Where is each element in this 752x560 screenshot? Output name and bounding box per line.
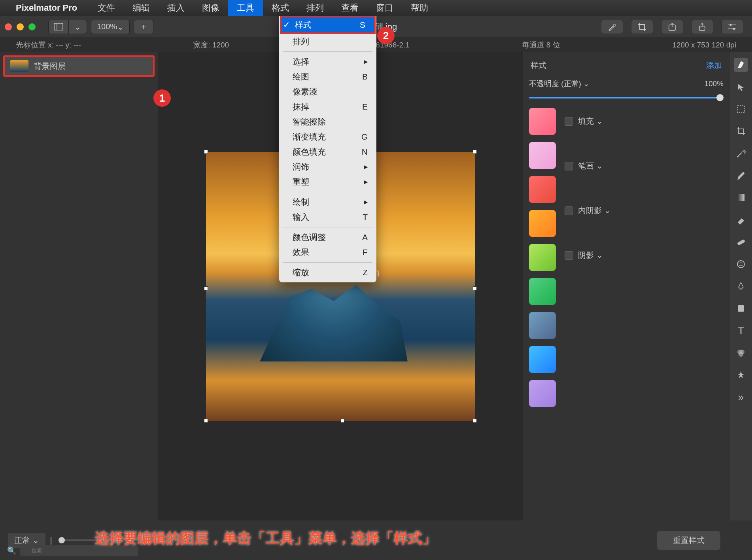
sidebar-dropdown-button[interactable]: ⌄ — [69, 20, 87, 34]
checkbox[interactable] — [565, 206, 573, 215]
selection-handle[interactable] — [340, 419, 344, 423]
style-swatch[interactable] — [529, 210, 556, 237]
menu-separator — [283, 51, 372, 52]
checkbox[interactable] — [565, 117, 573, 126]
dropdown-item[interactable]: 颜色调整A — [279, 230, 376, 245]
bit-depth: 每通道 8 位 — [522, 40, 560, 50]
dropdown-item[interactable]: 重塑 — [279, 174, 376, 189]
menu-view[interactable]: 查看 — [333, 0, 367, 16]
menu-edit[interactable]: 编辑 — [124, 0, 159, 16]
style-swatch[interactable] — [529, 278, 556, 305]
dropdown-item[interactable]: 效果F — [279, 245, 376, 260]
checkbox[interactable] — [565, 162, 573, 170]
menu-image[interactable]: 图像 — [193, 0, 228, 16]
layer-name: 背景图层 — [34, 61, 66, 72]
gradient-tool-icon[interactable] — [734, 191, 748, 205]
settings-button[interactable] — [721, 20, 743, 34]
dropdown-item[interactable]: 智能擦除 — [279, 114, 376, 129]
dropdown-item[interactable]: 像素漆 — [279, 84, 376, 99]
zoom-select[interactable]: 100% ⌄ — [91, 20, 130, 34]
fullscreen-window-button[interactable] — [28, 23, 36, 30]
selection-handle[interactable] — [473, 286, 477, 290]
svg-point-13 — [737, 261, 744, 268]
sidebar-toggle-button[interactable] — [48, 20, 69, 34]
style-swatch[interactable] — [529, 346, 556, 373]
brush-tool-icon[interactable] — [734, 168, 748, 183]
selection-handle[interactable] — [473, 419, 477, 423]
system-menubar: Pixelmator Pro 文件 编辑 插入 图像 工具 格式 排列 查看 窗… — [0, 0, 752, 16]
effects-tool-icon[interactable] — [734, 368, 748, 382]
dropdown-item[interactable]: 输入T — [279, 210, 376, 225]
style-swatch[interactable] — [529, 108, 556, 135]
style-tool-icon[interactable] — [734, 58, 748, 72]
search-icon: 🔍 — [7, 546, 17, 555]
opacity-slider[interactable] — [529, 97, 724, 98]
dropdown-item[interactable]: 润饰 — [279, 159, 376, 174]
slider-thumb[interactable] — [716, 94, 724, 101]
menu-file[interactable]: 文件 — [89, 0, 124, 16]
style-check-row[interactable]: 填充 ⌄ — [565, 116, 724, 127]
svg-point-17 — [739, 352, 743, 357]
close-window-button[interactable] — [5, 23, 12, 30]
menu-window[interactable]: 窗口 — [367, 0, 402, 16]
style-check-row[interactable]: 内阴影 ⌄ — [565, 205, 724, 216]
eraser-tool-icon[interactable] — [734, 213, 748, 227]
dropdown-item[interactable]: 渐变填充G — [279, 129, 376, 144]
opacity-value: 100% — [704, 79, 724, 88]
eyedropper-tool-icon[interactable] — [734, 146, 748, 161]
app-name[interactable]: Pixelmator Pro — [16, 3, 77, 13]
check-label: 填充 ⌄ — [578, 116, 603, 127]
styles-add-button[interactable]: 添加 — [706, 60, 722, 71]
pen-tool-icon[interactable] — [734, 279, 748, 293]
heal-tool-icon[interactable] — [734, 235, 748, 249]
menu-insert[interactable]: 插入 — [159, 0, 193, 16]
selection-handle[interactable] — [204, 286, 208, 290]
marquee-tool-icon[interactable] — [734, 102, 748, 116]
warp-tool-icon[interactable] — [734, 257, 748, 271]
style-swatch[interactable] — [529, 244, 556, 271]
style-swatch[interactable] — [529, 142, 556, 169]
color-adjust-tool-icon[interactable] — [734, 346, 748, 360]
dropdown-item[interactable]: 绘制 — [279, 195, 376, 210]
right-panel: 样式 添加 不透明度 (正常) ⌄ 100% 填充 ⌄笔画 ⌄内阴影 ⌄阴影 ⌄ — [523, 52, 752, 520]
dropdown-item[interactable]: 选择 — [279, 54, 376, 69]
dropdown-item[interactable]: 缩放Z — [279, 265, 376, 280]
style-check-row[interactable]: 阴影 ⌄ — [565, 250, 724, 261]
dropdown-item[interactable]: ✓样式S — [280, 16, 376, 34]
dropdown-item[interactable]: 排列 — [279, 34, 376, 49]
window-controls — [5, 23, 36, 30]
shape-tool-icon[interactable] — [734, 301, 748, 316]
check-label: 内阴影 ⌄ — [578, 205, 611, 216]
style-swatch[interactable] — [529, 312, 556, 339]
colorpicker-tool-button[interactable] — [601, 20, 623, 34]
add-button[interactable]: ＋ — [134, 20, 153, 34]
menu-arrange[interactable]: 排列 — [298, 0, 333, 16]
selection-handle[interactable] — [204, 419, 208, 423]
export-button[interactable] — [661, 20, 683, 34]
dropdown-item[interactable]: 绘图B — [279, 69, 376, 84]
layer-row[interactable]: 背景图层 — [3, 55, 155, 77]
dropdown-item[interactable]: 抹掉E — [279, 99, 376, 114]
reset-styles-button[interactable]: 重置样式 — [657, 531, 720, 550]
selection-handle[interactable] — [204, 150, 208, 154]
menu-format[interactable]: 格式 — [263, 0, 298, 16]
selection-handle[interactable] — [473, 150, 477, 154]
checkbox[interactable] — [565, 251, 573, 260]
style-swatch[interactable] — [529, 380, 556, 407]
crop-tool-button[interactable] — [631, 20, 653, 34]
svg-rect-12 — [737, 239, 745, 246]
menu-help[interactable]: 帮助 — [402, 0, 437, 16]
style-swatch[interactable] — [529, 176, 556, 203]
menu-tools[interactable]: 工具 — [228, 0, 263, 16]
tool-strip: T » — [730, 52, 752, 520]
minimize-window-button[interactable] — [17, 23, 24, 30]
style-check-row[interactable]: 笔画 ⌄ — [565, 161, 724, 171]
menu-separator — [283, 227, 372, 227]
more-tools-icon[interactable]: » — [734, 390, 748, 404]
crop-tool-icon[interactable] — [734, 124, 748, 138]
dropdown-item[interactable]: 颜色填充N — [279, 144, 376, 159]
opacity-label[interactable]: 不透明度 (正常) ⌄ — [529, 79, 590, 89]
arrow-tool-icon[interactable] — [734, 80, 748, 94]
share-button[interactable] — [691, 20, 713, 34]
text-tool-icon[interactable]: T — [734, 324, 748, 338]
